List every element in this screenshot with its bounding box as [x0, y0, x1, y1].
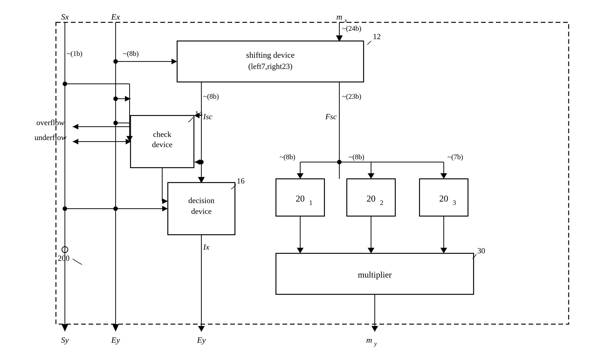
svg-text:y: y [374, 340, 377, 347]
svg-text:20: 20 [367, 194, 376, 203]
svg-text:~(8b): ~(8b) [349, 153, 364, 161]
diagram: shifting device (left7,right23) 12 check… [0, 0, 589, 364]
svg-rect-0 [56, 22, 569, 324]
svg-text:1: 1 [309, 199, 312, 206]
svg-text:device: device [191, 207, 212, 215]
svg-marker-100 [440, 248, 447, 253]
svg-text:12: 12 [373, 32, 381, 41]
svg-marker-109 [162, 206, 168, 211]
svg-text:underflow: underflow [34, 133, 67, 142]
svg-marker-89 [368, 173, 374, 179]
svg-marker-98 [368, 248, 374, 253]
svg-marker-93 [440, 173, 447, 179]
svg-marker-85 [297, 173, 304, 179]
svg-text:m: m [366, 336, 372, 345]
svg-text:Sy: Sy [61, 336, 69, 345]
svg-text:~(8b): ~(8b) [280, 153, 295, 161]
svg-text:~(23b): ~(23b) [342, 92, 361, 100]
diagram-svg: shifting device (left7,right23) 12 check… [0, 0, 589, 364]
svg-text:multiplier: multiplier [358, 270, 391, 280]
svg-text:200: 200 [58, 254, 70, 262]
svg-marker-59 [195, 159, 200, 165]
svg-marker-76 [198, 326, 205, 332]
svg-text:x: x [344, 17, 347, 24]
svg-point-110 [113, 206, 118, 211]
svg-text:16: 16 [237, 177, 245, 185]
svg-marker-67 [73, 124, 78, 130]
svg-text:decision: decision [188, 196, 214, 205]
svg-text:Ey: Ey [111, 336, 120, 345]
svg-text:~(1b): ~(1b) [67, 50, 82, 58]
svg-marker-31 [112, 324, 119, 332]
svg-marker-102 [371, 326, 378, 332]
svg-text:Fsc: Fsc [325, 112, 337, 121]
svg-text:~(8b): ~(8b) [203, 92, 219, 100]
svg-text:(left7,right23): (left7,right23) [248, 62, 292, 71]
svg-text:device: device [152, 140, 172, 149]
svg-text:30: 30 [477, 247, 485, 255]
svg-text:Ix: Ix [203, 243, 209, 251]
svg-rect-1 [177, 41, 364, 82]
svg-marker-70 [73, 139, 78, 144]
svg-marker-74 [162, 198, 168, 204]
svg-text:2: 2 [380, 199, 383, 206]
svg-text:shifting device: shifting device [246, 51, 295, 60]
svg-marker-27 [61, 324, 68, 332]
svg-text:Ey: Ey [197, 336, 206, 345]
svg-marker-40 [172, 59, 177, 64]
svg-text:overflow: overflow [36, 118, 65, 127]
svg-text:20: 20 [439, 194, 448, 203]
svg-text:3: 3 [453, 199, 456, 206]
svg-text:Ex: Ex [111, 12, 120, 21]
svg-text:m: m [336, 12, 342, 21]
svg-text:~(7b): ~(7b) [448, 153, 463, 161]
svg-marker-96 [297, 248, 304, 253]
svg-text:~(24b): ~(24b) [342, 24, 361, 32]
svg-text:~(8b): ~(8b) [123, 50, 139, 58]
svg-text:Sx: Sx [61, 12, 69, 21]
svg-text:check: check [153, 130, 171, 139]
svg-text:Isc: Isc [203, 112, 212, 121]
svg-text:20: 20 [296, 194, 305, 203]
